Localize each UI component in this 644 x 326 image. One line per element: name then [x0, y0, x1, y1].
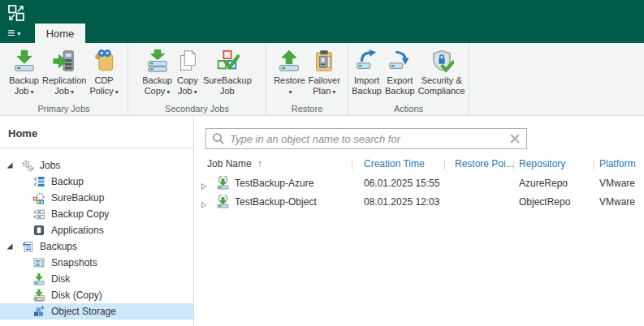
object-storage-icon: [32, 305, 45, 318]
job-name: TestBackup-Azure: [235, 178, 313, 189]
replication-job-icon: [52, 46, 76, 75]
ribbon-group-secondary-jobs: Backup Copy▾ Copy Job▾: [128, 43, 266, 115]
dropdown-arrow-icon: ▾: [166, 88, 170, 96]
titlebar: ≡ ▾ Home: [0, 0, 644, 43]
backup-job-icon: [216, 195, 230, 212]
tree-item-jobs[interactable]: Jobs: [0, 157, 193, 174]
ribbon-empty-area: [469, 43, 644, 115]
column-separator: [352, 160, 352, 170]
snapshots-icon: [32, 256, 45, 269]
sort-ascending-icon: ↑: [257, 158, 262, 169]
tree-item-disk-copy[interactable]: Disk (Copy): [0, 287, 193, 303]
tree-item-label: Disk: [51, 273, 70, 285]
replication-job-button[interactable]: Replication Job▾: [41, 45, 88, 98]
button-label: Backup Copy▾: [142, 75, 172, 97]
ribbon-group-restore: Restore ▾: [266, 43, 348, 115]
failover-plan-icon: [312, 46, 336, 75]
main-content: Job Name↑ Creation Time Restore Poi... R…: [195, 116, 644, 326]
cdp-policy-button[interactable]: CDP Policy▾: [88, 45, 119, 98]
tree-item-snapshots[interactable]: Snapshots: [0, 255, 193, 271]
tree-item-disk[interactable]: Disk: [0, 271, 193, 287]
disk-copy-icon: [32, 289, 45, 302]
tree-item-label: Object Storage: [51, 306, 116, 317]
cdp-policy-icon: [92, 46, 116, 75]
tree-item-backup-copy[interactable]: Backup Copy: [0, 206, 193, 222]
tree-item-label: Disk (Copy): [51, 290, 102, 301]
tree-item-label: Jobs: [40, 160, 60, 171]
backup-job-icon: [216, 176, 230, 193]
clear-search-icon[interactable]: [509, 133, 521, 144]
search-input[interactable]: [230, 133, 504, 145]
button-label: Failover Plan▾: [309, 75, 340, 97]
main-menu-button[interactable]: ≡ ▾: [7, 25, 20, 41]
ribbon-group-actions: Import Backup Export: [348, 43, 469, 115]
surebackup-icon: [32, 191, 45, 204]
button-label: SureBackup Job: [203, 75, 252, 97]
collapse-expanded-icon[interactable]: [3, 161, 16, 169]
backup-job-button[interactable]: Backup Job▾: [7, 45, 41, 98]
creation-time: 06.01.2025 15:55: [364, 178, 439, 189]
creation-time: 08.01.2025 12:03: [364, 196, 439, 208]
veeam-logo-icon: [7, 4, 25, 22]
search-box: [205, 128, 527, 149]
copy-job-icon: [175, 46, 200, 75]
tree-item-surebackup[interactable]: SureBackup: [0, 190, 193, 206]
dropdown-arrow-icon: ▾: [71, 88, 74, 96]
column-header-platform[interactable]: Platform: [599, 158, 636, 169]
backup-job-icon: [12, 46, 37, 75]
button-label: CDP Policy▾: [89, 75, 118, 97]
ribbon-group-primary-jobs: Backup Job▾: [0, 43, 128, 115]
button-label: Replication Job▾: [42, 75, 86, 97]
button-label: Copy Job▾: [177, 75, 198, 97]
surebackup-job-button[interactable]: SureBackup Job: [201, 45, 253, 97]
column-separator: [513, 160, 514, 170]
backup-copy-button[interactable]: Backup Copy▾: [140, 45, 174, 98]
tree-item-applications[interactable]: Applications: [0, 222, 193, 238]
tree-item-label: Backup Copy: [51, 208, 109, 220]
veeam-console-window: ≡ ▾ Home Backup: [0, 0, 644, 326]
column-header-job-name[interactable]: Job Name↑: [207, 158, 262, 169]
table-row[interactable]: TestBackup-Azure 06.01.2025 15:55 AzureR…: [195, 174, 644, 193]
column-separator: [444, 160, 445, 170]
button-label: Backup Job▾: [9, 75, 39, 97]
export-backup-icon: [387, 46, 412, 75]
applications-icon: [32, 224, 45, 237]
menu-dropdown-icon: ▾: [17, 30, 20, 37]
copy-job-button[interactable]: Copy Job▾: [174, 45, 201, 98]
tree-item-label: Backups: [40, 241, 77, 252]
import-backup-button[interactable]: Import Backup: [350, 45, 383, 97]
table-row[interactable]: TestBackup-Object 08.01.2025 12:03 Objec…: [195, 193, 644, 212]
export-backup-button[interactable]: Export Backup: [383, 45, 417, 97]
column-header-creation-time[interactable]: Creation Time: [364, 158, 425, 169]
restore-button[interactable]: Restore ▾: [272, 45, 307, 98]
group-label-restore: Restore: [266, 104, 348, 114]
tree-item-label: Applications: [51, 225, 104, 236]
sidebar-divider: [0, 148, 193, 148]
hamburger-icon: ≡: [7, 27, 15, 40]
column-header-restore-points[interactable]: Restore Poi...: [455, 158, 514, 169]
security-compliance-button[interactable]: Security & Compliance: [417, 45, 467, 97]
backup-copy-icon: [32, 208, 45, 221]
expand-chevron-icon[interactable]: [201, 198, 207, 212]
import-backup-icon: [355, 46, 379, 75]
tree-item-label: Snapshots: [51, 257, 97, 268]
ribbon: Backup Job▾: [0, 43, 644, 116]
group-label-secondary-jobs: Secondary Jobs: [128, 104, 266, 114]
tree-item-backup[interactable]: Backup: [0, 174, 193, 190]
failover-plan-button[interactable]: Failover Plan▾: [307, 45, 342, 98]
collapse-expanded-icon[interactable]: [3, 242, 16, 251]
tree-item-object-storage[interactable]: Object Storage: [0, 303, 193, 320]
expand-chevron-icon[interactable]: [201, 179, 207, 194]
column-header-repository[interactable]: Repository: [519, 158, 565, 169]
navigation-sidebar: Home Jobs: [0, 116, 194, 326]
button-label: Security & Compliance: [418, 75, 465, 97]
platform: VMware: [599, 178, 635, 189]
tree-item-backups[interactable]: Backups: [0, 238, 193, 255]
dropdown-arrow-icon: ▾: [30, 88, 33, 96]
job-list: TestBackup-Azure 06.01.2025 15:55 AzureR…: [195, 174, 644, 212]
restore-icon: [277, 46, 301, 75]
button-label: Export Backup: [385, 75, 415, 97]
tree-item-label: Backup: [51, 176, 84, 187]
button-label: Restore ▾: [274, 75, 305, 97]
tab-home[interactable]: Home: [35, 24, 85, 43]
